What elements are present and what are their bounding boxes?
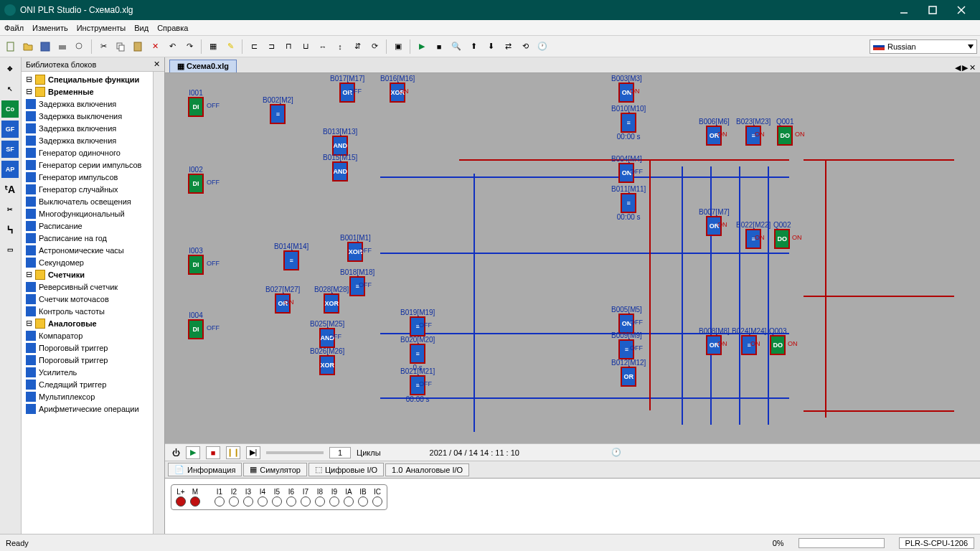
io-I7[interactable]: I7 — [301, 488, 311, 507]
tree-item[interactable]: Контроль частоты — [23, 305, 151, 317]
io-I6[interactable]: I6 — [286, 488, 296, 507]
block-B012[interactable]: B012[M12]OR — [611, 359, 646, 387]
tree-item[interactable]: Пороговый триггер — [23, 354, 151, 366]
sim-power-icon[interactable]: ⏻ — [172, 448, 180, 457]
sim-step-icon[interactable]: ▶| — [246, 446, 260, 459]
block-B026[interactable]: B026[M26]XOR — [310, 347, 344, 375]
block-B022[interactable]: B022[M22]≡ON — [736, 221, 771, 249]
tree-item[interactable]: Расписание на год — [23, 232, 151, 244]
block-B025[interactable]: B025[M25]ANDOFF — [310, 320, 344, 348]
align-top-icon[interactable]: ⊓ — [281, 39, 296, 55]
block-B016[interactable]: B016[M16]XORON — [380, 75, 415, 103]
tree-item[interactable]: Генератор импульсов — [23, 171, 151, 183]
tree-item[interactable]: Реверсивный счетчик — [23, 281, 151, 293]
menu-view[interactable]: Вид — [134, 24, 149, 32]
upload-icon[interactable]: ⬆ — [466, 39, 481, 55]
tree-item[interactable]: Генератор одиночного — [23, 146, 151, 159]
cut-icon[interactable]: ✂ — [95, 39, 111, 55]
sim-stop-icon[interactable]: ■ — [206, 446, 220, 459]
tab-analog-io[interactable]: 1.0Аналоговые I/O — [385, 463, 469, 476]
block-B009[interactable]: B009[M9]≡OFF — [611, 331, 642, 359]
block-B011[interactable]: B011[M11]≡00:00 s — [611, 185, 646, 221]
tool-co[interactable]: Co — [1, 100, 19, 118]
block-B014[interactable]: B014[M14]≡ — [274, 242, 308, 270]
sidebar-close-icon[interactable]: ✕ — [154, 60, 160, 69]
tree-item[interactable]: Задержка выключения — [23, 110, 151, 122]
block-B004[interactable]: B004[M4]ONOFF — [611, 155, 642, 183]
rotate-icon[interactable]: ⟳ — [367, 39, 382, 55]
align-bottom-icon[interactable]: ⊔ — [298, 39, 314, 55]
sim-count-input[interactable] — [329, 447, 351, 458]
download-icon[interactable]: ⬇ — [483, 39, 499, 55]
tab-info[interactable]: 📄Информация — [168, 463, 242, 476]
tab-simulator[interactable]: ▦Симулятор — [243, 463, 307, 476]
tab-digital-io[interactable]: ⬚Цифровые I/O — [308, 463, 384, 476]
block-B008[interactable]: B008[M8]ORON — [699, 327, 730, 355]
undo-icon[interactable]: ↶ — [164, 39, 180, 55]
block-B003[interactable]: B003[M3]ONON — [611, 75, 642, 103]
block-B015[interactable]: B015[M15]AND — [323, 154, 357, 182]
tree-item[interactable]: Арифметические операции — [23, 402, 151, 415]
sim-clock-icon[interactable]: 🕐 — [611, 448, 621, 457]
tool-cut[interactable]: ✂ — [1, 201, 19, 218]
io-IC[interactable]: IC — [372, 488, 382, 507]
io-I9[interactable]: I9 — [329, 488, 339, 507]
block-B006[interactable]: B006[M6]ORON — [699, 118, 730, 146]
tool-gf[interactable]: GF — [1, 121, 19, 138]
block-B020[interactable]: B020[M20]≡0 s — [400, 336, 435, 372]
block-I002[interactable]: I002DIOFF — [188, 166, 204, 194]
io-M[interactable]: M — [190, 488, 200, 507]
block-B010[interactable]: B010[M10]≡00:00 s — [611, 105, 646, 141]
tool-sf[interactable]: SF — [1, 141, 19, 158]
tree-item[interactable]: Задержка включения — [23, 98, 151, 110]
tab-next-icon[interactable]: ▶ — [962, 63, 968, 72]
tree-item[interactable]: Секундомер — [23, 256, 151, 268]
block-Q001[interactable]: Q001DOON — [776, 118, 793, 146]
dist-h-icon[interactable]: ↔ — [315, 39, 331, 55]
block-B001[interactable]: B001[M1]XOROFF — [340, 234, 371, 262]
block-Q003[interactable]: Q003DOON — [769, 327, 786, 355]
tool-text[interactable]: ᵗA — [1, 181, 19, 198]
run-icon[interactable]: ▶ — [414, 39, 430, 55]
menu-edit[interactable]: Изменить — [32, 24, 68, 32]
tree-item[interactable]: Генератор серии импульсов — [23, 159, 151, 171]
delete-icon[interactable]: ✕ — [147, 39, 163, 55]
tree-item[interactable]: Многофункциональный — [23, 207, 151, 220]
tab-close-icon[interactable]: ✕ — [969, 63, 976, 72]
block-B005[interactable]: B005[M5]ONOFF — [611, 306, 642, 334]
align-right-icon[interactable]: ⊐ — [263, 39, 279, 55]
tree-item[interactable]: Пороговый триггер — [23, 342, 151, 354]
io-IA[interactable]: IA — [344, 488, 354, 507]
save-button[interactable] — [37, 39, 53, 55]
block-B017[interactable]: B017[M17]OROFF — [330, 75, 364, 103]
tree-item[interactable]: Генератор случайных — [23, 183, 151, 195]
canvas-tab[interactable]: ▦ Схема0.xlg — [169, 60, 237, 72]
block-B027[interactable]: B027[M27]ORON — [265, 286, 300, 314]
tree-item[interactable]: Задержка включения — [23, 134, 151, 146]
block-B021[interactable]: B021[M21]≡OFF00:00 s — [400, 367, 435, 403]
search-icon[interactable]: 🔍 — [448, 39, 464, 55]
sim-play-icon[interactable]: ▶ — [186, 446, 200, 459]
io-L+[interactable]: L+ — [176, 488, 186, 507]
maximize-button[interactable] — [918, 0, 947, 20]
tool-page[interactable]: ▭ — [1, 241, 19, 258]
tree-item[interactable]: Мультиплексор — [23, 390, 151, 402]
io-I3[interactable]: I3 — [243, 488, 253, 507]
open-button[interactable] — [20, 39, 36, 55]
refresh-icon[interactable]: ⟲ — [517, 39, 533, 55]
redo-icon[interactable]: ↷ — [182, 39, 197, 55]
select-all-icon[interactable]: ▣ — [390, 39, 406, 55]
block-I004[interactable]: I004DIOFF — [188, 311, 204, 339]
block-I003[interactable]: I003DIOFF — [188, 247, 204, 275]
tree-item[interactable]: Задержка включения — [23, 122, 151, 134]
highlight-icon[interactable]: ✎ — [222, 39, 238, 55]
tree-item[interactable]: Счетчик моточасов — [23, 293, 151, 305]
block-Q002[interactable]: Q002DOON — [773, 221, 791, 249]
align-left-icon[interactable]: ⊏ — [246, 39, 262, 55]
grid-icon[interactable]: ▦ — [205, 39, 221, 55]
io-I1[interactable]: I1 — [215, 488, 225, 507]
block-B019[interactable]: B019[M19]≡OFF — [400, 309, 435, 336]
block-tree[interactable]: ⊟Специальные функции⊟ВременныеЗадержка в… — [22, 72, 153, 534]
tree-item[interactable]: Усилитель — [23, 366, 151, 378]
block-B002[interactable]: B002[M2]≡ — [263, 96, 293, 124]
